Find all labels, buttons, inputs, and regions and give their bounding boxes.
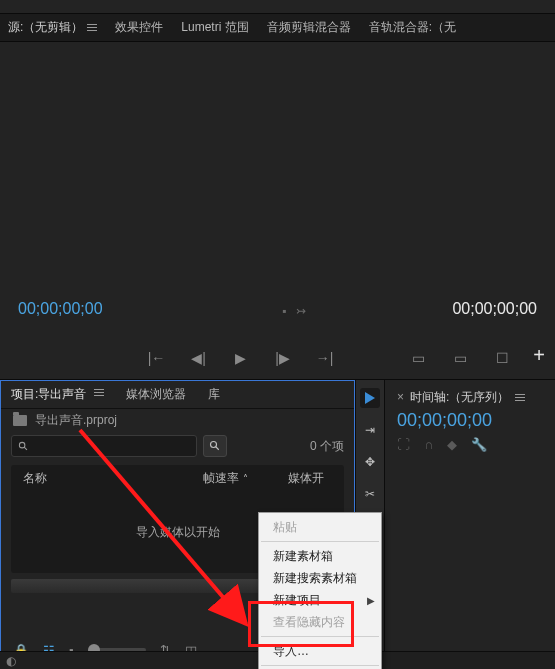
button-editor-icon[interactable]: + (533, 344, 545, 367)
track-select-tool[interactable]: ⇥ (360, 420, 380, 440)
timeline-tab-label[interactable]: 时间轴:（无序列） (410, 389, 509, 406)
go-to-out-icon[interactable]: →| (316, 350, 334, 366)
linked-selection-icon[interactable]: ∩ (424, 437, 433, 452)
svg-line-3 (216, 447, 219, 450)
panel-menu-icon[interactable] (87, 22, 97, 33)
context-menu: 粘贴 新建素材箱 新建搜索素材箱 新建项目 ▶ 查看隐藏内容 导入… 查找… (258, 512, 382, 669)
bin-columns-header: 名称 帧速率 ˄ 媒体开 (11, 465, 344, 491)
tab-source-label: 源:（无剪辑） (8, 19, 83, 36)
step-icon[interactable]: ↣ (296, 304, 306, 318)
source-panel-tabs: 源:（无剪辑） 效果控件 Lumetri 范围 音频剪辑混合器 音轨混合器:（无 (0, 14, 555, 42)
fit-icon[interactable]: ▪ (282, 304, 286, 318)
column-framerate[interactable]: 帧速率 ˄ (203, 470, 248, 487)
tab-audio-track-mixer[interactable]: 音轨混合器:（无 (369, 19, 456, 36)
tab-project[interactable]: 项目:导出声音 (11, 386, 104, 403)
submenu-arrow-icon: ▶ (367, 595, 375, 606)
menu-new-item-label: 新建项目 (273, 592, 321, 609)
tab-effect-controls[interactable]: 效果控件 (115, 19, 163, 36)
tab-project-label: 项目:导出声音 (11, 387, 86, 401)
settings-icon[interactable]: 🔧 (471, 437, 487, 452)
snap-icon[interactable]: ⛶ (397, 437, 410, 452)
menu-new-bin[interactable]: 新建素材箱 (259, 545, 381, 567)
timecode-out: 00;00;00;00 (452, 300, 537, 318)
timeline-timecode[interactable]: 00;00;00;00 (397, 410, 549, 431)
sort-asc-icon: ˄ (243, 473, 248, 484)
play-icon[interactable]: ▶ (232, 350, 250, 366)
search-input[interactable] (11, 435, 197, 457)
column-media-start[interactable]: 媒体开 (288, 470, 324, 487)
tab-library[interactable]: 库 (208, 386, 220, 403)
panel-menu-icon[interactable] (94, 387, 104, 398)
menu-new-item[interactable]: 新建项目 ▶ (259, 589, 381, 611)
tab-source[interactable]: 源:（无剪辑） (8, 19, 97, 36)
project-file-row: 导出声音.prproj (1, 409, 354, 431)
project-filename: 导出声音.prproj (35, 412, 117, 429)
overwrite-icon[interactable]: ▭ (452, 350, 470, 366)
menu-view-hidden: 查看隐藏内容 (259, 611, 381, 633)
project-panel-tabs: 项目:导出声音 媒体浏览器 库 (1, 381, 354, 409)
tab-audio-clip-mixer[interactable]: 音频剪辑混合器 (267, 19, 351, 36)
step-forward-icon[interactable]: |▶ (274, 350, 292, 366)
item-count: 0 个项 (310, 438, 344, 455)
folder-icon (13, 415, 27, 426)
svg-point-2 (211, 442, 217, 448)
timeline-panel: × 时间轴:（无序列） 00;00;00;00 ⛶ ∩ ◆ 🔧 (385, 380, 555, 669)
column-framerate-label: 帧速率 (203, 470, 239, 487)
timecode-in[interactable]: 00;00;00;00 (18, 300, 103, 318)
razor-tool[interactable]: ✂ (360, 484, 380, 504)
ripple-edit-tool[interactable]: ✥ (360, 452, 380, 472)
add-marker-icon[interactable]: ◆ (447, 437, 457, 452)
close-tab-icon[interactable]: × (397, 390, 404, 404)
search-icon (18, 441, 29, 452)
marker-toggle-icons: ▪ ↣ (282, 304, 306, 318)
tab-lumetri[interactable]: Lumetri 范围 (181, 19, 248, 36)
column-name[interactable]: 名称 (23, 470, 163, 487)
import-hint: 导入媒体以开始 (136, 524, 220, 541)
step-back-icon[interactable]: ◀| (190, 350, 208, 366)
menu-paste: 粘贴 (259, 516, 381, 538)
svg-point-0 (19, 442, 25, 448)
insert-icon[interactable]: ▭ (410, 350, 428, 366)
source-monitor: 00;00;00;00 00;00;00;00 ▪ ↣ ◆ { |← ◀| ▶ … (0, 42, 555, 380)
go-to-in-icon[interactable]: |← (148, 350, 166, 366)
selection-tool[interactable] (360, 388, 380, 408)
tab-media-browser[interactable]: 媒体浏览器 (126, 386, 186, 403)
svg-line-1 (24, 447, 27, 450)
transport-controls: |← ◀| ▶ |▶ →| ▭ ▭ ☐ (0, 337, 555, 379)
panel-menu-icon[interactable] (515, 392, 525, 403)
cloud-status-icon[interactable]: ◐ (6, 654, 16, 668)
menu-new-search-bin[interactable]: 新建搜索素材箱 (259, 567, 381, 589)
find-button[interactable] (203, 435, 227, 457)
menu-import[interactable]: 导入… (259, 640, 381, 662)
export-frame-icon[interactable]: ☐ (494, 350, 512, 366)
search-icon (209, 440, 221, 452)
